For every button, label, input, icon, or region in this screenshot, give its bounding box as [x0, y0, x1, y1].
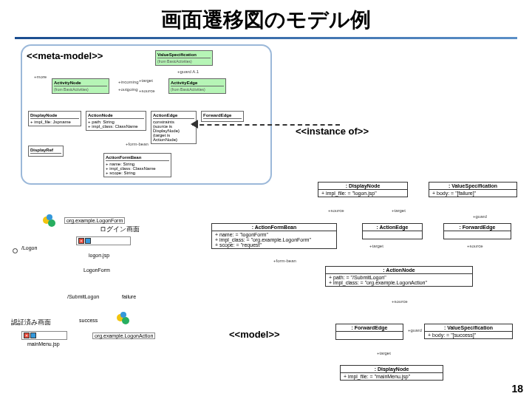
- meta-display-node-title: DisplayNode: [30, 113, 79, 119]
- meta-model-label: <<meta-model>>: [27, 50, 266, 61]
- uml-display-node: : DisplayNode + impl_file: = "logon.jsp": [318, 182, 408, 197]
- edge-guard-2: +guard: [408, 328, 422, 332]
- edge-guard-1: +guard: [473, 214, 487, 219]
- meta-action-node-title: ActionNode: [88, 113, 144, 119]
- edge-target-1: +target: [392, 208, 406, 213]
- uml-display-node2-title: : DisplayNode: [341, 366, 443, 373]
- logon-form-label: LogonForm: [83, 267, 110, 273]
- edge-formbean: +form-bean: [126, 142, 149, 146]
- meta-activity-edge-title: ActivityEdge: [171, 81, 224, 86]
- uml-display-node-r1: + impl_file: = "logon.jsp": [321, 191, 404, 196]
- svg-point-4: [122, 317, 129, 324]
- logon-form-pkg: org.example.LogonForm: [64, 217, 125, 224]
- edge-guard-a1: +guard A.1: [177, 69, 199, 74]
- auth-title: 認証済み画面: [11, 318, 51, 327]
- edge-target-3: +target: [377, 351, 391, 355]
- uml-action-edge-title: : ActionEdge: [363, 224, 422, 231]
- uml-action-edge: : ActionEdge: [362, 223, 423, 239]
- slide-number: 18: [511, 383, 523, 395]
- meta-forward-edge: ForwardEdge: [201, 111, 244, 122]
- uml-forward-edge1-title: : ForwardEdge: [444, 224, 511, 231]
- title-underline: [15, 37, 517, 39]
- login-title: ログイン画面: [100, 225, 140, 234]
- meta-activity-edge-sub: (from BasicActivities): [171, 87, 224, 92]
- gear-icon: [41, 213, 58, 231]
- meta-afb-attr: + name: String + impl_class: ClassName +…: [106, 162, 169, 175]
- uml-action-node-r2: + impl_class: = "org.example.LogonAction…: [329, 280, 469, 285]
- node-icon: [85, 238, 91, 244]
- meta-afb-title: ActionFormBean: [106, 155, 169, 161]
- node-icon-2: [30, 332, 36, 338]
- uml-action-node: : ActionNode + path: = "/SubmitLogon" + …: [325, 266, 473, 287]
- meta-action-edge-title: ActionEdge: [153, 113, 194, 119]
- gear-icon-2: [115, 310, 132, 328]
- uml-value-spec1-r1: + body: = "[failure]": [432, 191, 514, 196]
- meta-action-node: ActionNode + path: String + impl_class: …: [86, 111, 146, 131]
- logon-action-pkg: org.example.LogonAction: [92, 332, 155, 339]
- edge-target-2: +target: [369, 244, 383, 248]
- edge-more: +more: [34, 75, 47, 79]
- logon-jsp-label: logon.jsp: [89, 253, 109, 258]
- model-diagram-panel: org.example.LogonForm ログイン画面 /Logon × lo…: [11, 207, 203, 355]
- uml-afb-r2: + impl_class: = "org.example.LogonForm": [215, 237, 333, 242]
- svg-point-2: [47, 214, 52, 220]
- logon-jsp-node: ×: [76, 236, 131, 245]
- edge-source-1: +source: [328, 208, 344, 213]
- main-menu-node: ×: [21, 331, 67, 340]
- meta-forward-edge-title: ForwardEdge: [203, 113, 242, 119]
- uml-display-node2-r1: + impl_file: = "mainMenu.jsp": [344, 374, 440, 379]
- uml-action-node-r1: + path: = "/SubmitLogon": [329, 275, 469, 280]
- meta-action-edge: ActionEdge constraints {source is Displa…: [151, 111, 197, 144]
- slide-title: 画面遷移図のモデル例: [0, 0, 532, 37]
- success-label: success: [79, 318, 98, 323]
- edge-formbean-2: +form-bean: [273, 259, 296, 263]
- edge-source-3: +source: [392, 299, 408, 304]
- svg-point-1: [48, 219, 55, 227]
- meta-display-ref: DisplayRef: [28, 146, 64, 157]
- submit-logon-label: /SubmitLogon: [67, 294, 99, 299]
- meta-model-panel: <<meta-model>> ValueSpecification (from …: [21, 44, 272, 185]
- uml-value-spec2-title: : ValueSpecification: [425, 324, 512, 332]
- edge-outgoing: +outgoing: [118, 87, 138, 92]
- meta-display-ref-title: DisplayRef: [30, 148, 61, 154]
- uml-afb-r1: + name: = "logonForm": [215, 232, 333, 237]
- uml-forward-edge1: : ForwardEdge: [443, 223, 511, 239]
- failure-label: failure: [122, 294, 136, 299]
- uml-value-spec1: : ValueSpecification + body: = "[failure…: [429, 182, 517, 197]
- uml-display-node2: : DisplayNode + impl_file: = "mainMenu.j…: [340, 365, 443, 381]
- instance-of-label: <<instance of>>: [296, 126, 369, 137]
- uml-display-node-title: : DisplayNode: [318, 183, 407, 190]
- uml-afb-title: : ActionFormBean: [212, 224, 336, 231]
- meta-activity-node: ActivityNode (from BasicActivities): [52, 78, 109, 94]
- uml-forward-edge2: : ForwardEdge: [335, 324, 403, 340]
- model-label: <<model>>: [229, 329, 280, 340]
- edge-target-top: +target: [139, 78, 153, 83]
- main-menu-label: mainMenu.jsp: [27, 341, 60, 347]
- meta-value-spec-title: ValueSpecification: [157, 52, 211, 58]
- meta-value-spec-sub: (from BasicActivities): [157, 59, 211, 64]
- meta-action-edge-constraint: constraints {source is DisplayNode} {tar…: [153, 120, 194, 142]
- meta-activity-edge: ActivityEdge (from BasicActivities): [168, 78, 226, 94]
- uml-action-node-title: : ActionNode: [326, 267, 472, 274]
- uml-value-spec1-title: : ValueSpecification: [429, 183, 516, 190]
- close-icon-2: ×: [24, 332, 30, 338]
- close-icon: ×: [78, 238, 84, 244]
- meta-activity-node-title: ActivityNode: [54, 81, 107, 86]
- start-dot-icon: [13, 248, 18, 253]
- meta-display-node-attr: + impl_file: Jspname: [30, 120, 79, 124]
- edge-incoming: +incoming: [118, 80, 139, 84]
- uml-afb-r3: + scope: = "request": [215, 242, 333, 248]
- edge-source-top: +source: [139, 89, 155, 93]
- logon-path: /Logon: [21, 245, 37, 250]
- uml-action-form-bean: : ActionFormBean + name: = "logonForm" +…: [211, 223, 337, 249]
- instance-arrowhead-icon: [191, 120, 198, 129]
- uml-value-spec2: : ValueSpecification + body: = "[success…: [424, 324, 513, 339]
- uml-value-spec2-r1: + body: = "[success]": [428, 332, 509, 338]
- meta-activity-node-sub: (from BasicActivities): [54, 87, 107, 92]
- uml-forward-edge2-title: : ForwardEdge: [336, 324, 403, 332]
- svg-point-5: [120, 312, 126, 318]
- meta-value-spec: ValueSpecification (from BasicActivities…: [155, 50, 213, 66]
- meta-display-node: DisplayNode + impl_file: Jspname: [28, 111, 81, 126]
- meta-action-form-bean: ActionFormBean + name: String + impl_cla…: [103, 153, 171, 177]
- meta-action-node-attr: + path: String + impl_class: ClassName: [88, 120, 144, 129]
